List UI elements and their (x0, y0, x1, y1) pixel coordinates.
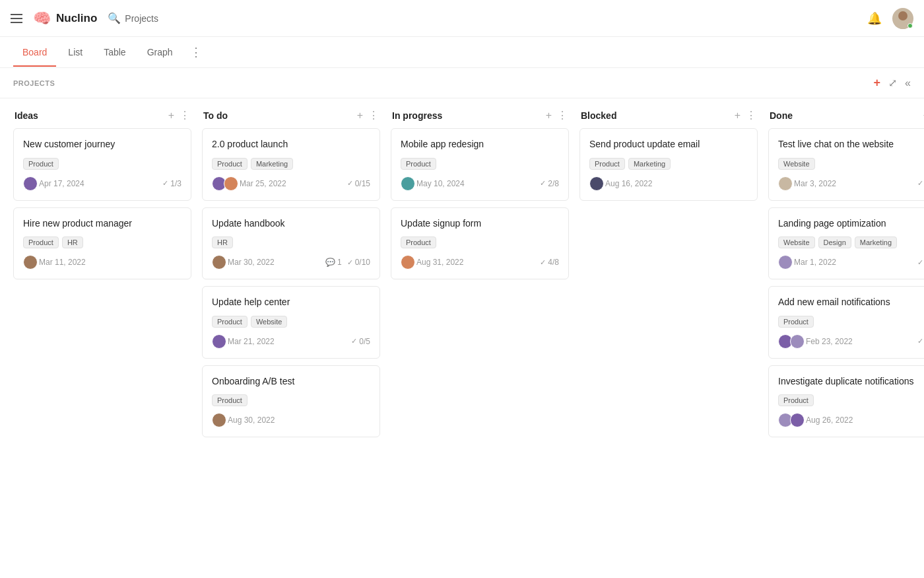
column-add-inprogress[interactable]: + (546, 110, 552, 122)
card-progress: ✓ 7/7 (917, 179, 924, 188)
tag: Product (589, 158, 625, 170)
card-tags: Product Marketing (212, 158, 370, 170)
tag: Website (778, 158, 815, 170)
card-landing-page[interactable]: Landing page optimization Website Design… (768, 207, 924, 280)
card-update-handbook[interactable]: Update handbook HR Mar 30, 2022 💬 1 (202, 207, 380, 280)
nav-right: 🔔 (867, 8, 913, 29)
column-add-blocked[interactable]: + (735, 110, 741, 122)
card-hire-product-manager[interactable]: Hire new product manager Product HR Mar … (13, 207, 191, 280)
card-date: Aug 16, 2022 (605, 179, 652, 188)
card-tags: Website Design Marketing (778, 236, 924, 248)
collapse-button[interactable]: « (905, 77, 911, 89)
column-menu-inprogress[interactable]: ⋮ (557, 109, 568, 122)
tag: Product (212, 158, 248, 170)
progress-icon: ✓ (162, 179, 168, 188)
tag: Marketing (628, 158, 671, 170)
progress-icon: ✓ (917, 337, 923, 345)
card-footer: Mar 30, 2022 💬 1 ✓ 0/10 (212, 255, 370, 270)
notification-button[interactable]: 🔔 (867, 11, 882, 26)
avatar (401, 255, 415, 270)
nav-left: 🧠 Nuclino 🔍 Projects (11, 10, 158, 27)
column-menu-ideas[interactable]: ⋮ (180, 109, 190, 122)
card-tags: Product Website (212, 316, 370, 328)
tab-list[interactable]: List (59, 39, 92, 67)
column-ideas: Ideas + ⋮ New customer journey Product A… (13, 109, 191, 286)
tag: Design (818, 236, 851, 248)
avatar (778, 176, 793, 191)
card-update-signup[interactable]: Update signup form Product Aug 31, 2022 … (391, 207, 569, 280)
card-new-customer-journey[interactable]: New customer journey Product Apr 17, 202… (13, 128, 191, 201)
card-title: Add new email notifications (778, 296, 924, 309)
avatar (401, 176, 415, 191)
card-avatars (23, 176, 35, 191)
tab-board[interactable]: Board (13, 39, 56, 67)
column-actions-todo: + ⋮ (357, 109, 379, 122)
column-add-todo[interactable]: + (357, 110, 363, 122)
card-onboarding-ab[interactable]: Onboarding A/B test Product Aug 30, 2022 (202, 365, 380, 438)
card-product-launch[interactable]: 2.0 product launch Product Marketing Mar… (202, 128, 380, 201)
card-email-notifications[interactable]: Add new email notifications Product Feb … (768, 286, 924, 359)
card-avatars (589, 176, 601, 191)
column-title-inprogress: In progress (392, 110, 442, 121)
card-title: Update help center (212, 296, 370, 309)
card-tags: Product (23, 158, 182, 170)
column-done: Done + ⋮ Test live chat on the website W… (768, 109, 924, 444)
card-meta: Mar 30, 2022 (212, 255, 275, 270)
board-header-actions: + ⤢ « (874, 76, 911, 90)
search-icon: 🔍 (108, 12, 121, 24)
card-meta: Mar 25, 2022 (212, 176, 286, 191)
breadcrumb-text[interactable]: Projects (125, 13, 158, 24)
progress-icon: ✓ (347, 179, 353, 188)
column-add-ideas[interactable]: + (168, 110, 174, 122)
board-header-title: PROJECTS (13, 79, 55, 87)
column-header-todo: To do + ⋮ (202, 109, 380, 122)
tag: Product (23, 158, 59, 170)
expand-button[interactable]: ⤢ (888, 77, 897, 89)
logo-text: Nuclino (56, 12, 97, 25)
user-avatar-container[interactable] (892, 8, 913, 29)
tag: Product (778, 394, 814, 406)
card-update-help-center[interactable]: Update help center Product Website Mar 2… (202, 286, 380, 359)
tabs-more-button[interactable]: ⋮ (185, 37, 207, 67)
tab-table[interactable]: Table (94, 39, 135, 67)
card-send-update-email[interactable]: Send product update email Product Market… (579, 128, 758, 201)
card-title: Send product update email (589, 138, 748, 151)
card-live-chat[interactable]: Test live chat on the website Website Ma… (768, 128, 924, 201)
tag: HR (62, 236, 83, 248)
card-title: Test live chat on the website (778, 138, 924, 151)
card-tags: HR (212, 236, 370, 248)
column-inprogress: In progress + ⋮ Mobile app redesign Prod… (391, 109, 569, 286)
logo: 🧠 Nuclino (33, 10, 97, 27)
hamburger-button[interactable] (11, 14, 22, 23)
avatar (790, 413, 805, 427)
column-menu-todo[interactable]: ⋮ (368, 109, 379, 122)
progress-value: 0/5 (359, 337, 370, 346)
card-meta: Mar 3, 2022 (778, 176, 836, 191)
card-avatars (212, 413, 224, 427)
column-header-inprogress: In progress + ⋮ (391, 109, 569, 122)
card-meta: May 10, 2024 (401, 176, 465, 191)
tab-graph[interactable]: Graph (138, 39, 182, 67)
tag: Marketing (251, 158, 293, 170)
tag: HR (212, 236, 233, 248)
card-avatars (778, 413, 802, 427)
card-footer: May 10, 2024 ✓ 2/8 (401, 176, 559, 191)
progress-value: 0/10 (355, 258, 370, 267)
column-title-ideas: Ideas (15, 110, 38, 121)
column-actions-inprogress: + ⋮ (546, 109, 568, 122)
card-meta: Aug 31, 2022 (401, 255, 463, 270)
card-meta: Aug 30, 2022 (212, 413, 275, 427)
tag: Product (23, 236, 59, 248)
card-tags: Product (778, 316, 924, 328)
add-column-button[interactable]: + (874, 76, 881, 90)
progress-icon: ✓ (540, 258, 546, 267)
logo-icon: 🧠 (33, 10, 51, 27)
column-menu-blocked[interactable]: ⋮ (746, 109, 756, 122)
column-actions-ideas: + ⋮ (168, 109, 190, 122)
card-progress: ✓ 0/15 (347, 179, 370, 188)
card-avatars (401, 176, 412, 191)
card-mobile-redesign[interactable]: Mobile app redesign Product May 10, 2024… (391, 128, 569, 201)
card-duplicate-notifications[interactable]: Investigate duplicate notifications Prod… (768, 365, 924, 438)
card-date: Aug 30, 2022 (228, 415, 275, 425)
card-progress: ✓ 3/3 (917, 258, 924, 267)
